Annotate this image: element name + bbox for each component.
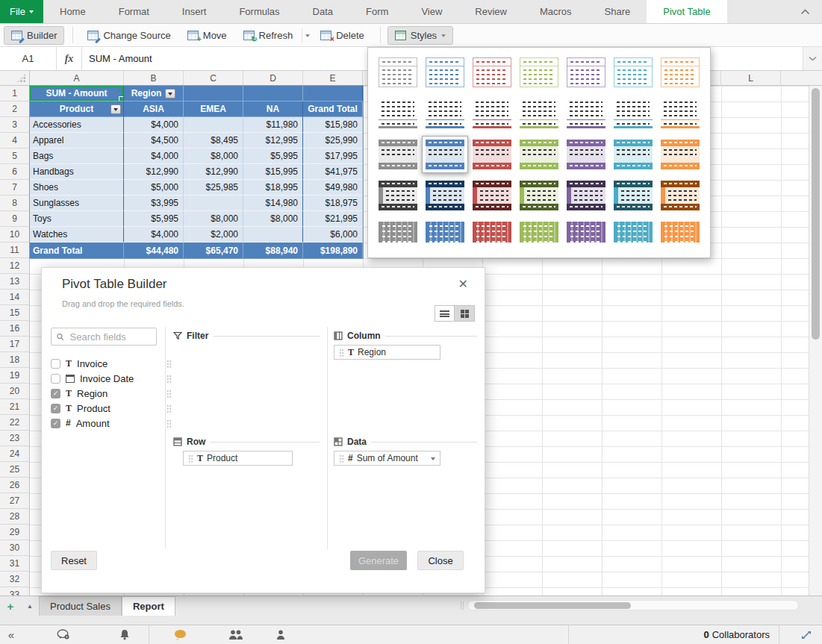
- menu-item-macros[interactable]: Macros: [523, 0, 588, 23]
- row-header-6[interactable]: 6: [0, 164, 30, 180]
- column-header-E[interactable]: E: [303, 71, 363, 86]
- vertical-scrollbar-thumb[interactable]: [812, 88, 820, 340]
- chevron-down-icon[interactable]: [431, 457, 435, 463]
- file-menu-button[interactable]: File: [0, 0, 43, 23]
- list-view-button[interactable]: [435, 305, 455, 322]
- pivot-row-field-cell[interactable]: Product: [30, 101, 124, 117]
- style-thumbnail-header-green[interactable]: [520, 140, 558, 169]
- row-header-1[interactable]: 1: [0, 86, 30, 101]
- column-header-D[interactable]: D: [243, 71, 303, 86]
- filter-dropdown-button[interactable]: [110, 104, 121, 114]
- row-header-8[interactable]: 8: [0, 196, 30, 211]
- row-header-15[interactable]: 15: [0, 305, 30, 321]
- style-thumbnail-dark-teal[interactable]: [614, 181, 653, 210]
- pivot-value-cell[interactable]: $25,985: [184, 180, 243, 196]
- row-header-17[interactable]: 17: [0, 337, 30, 352]
- style-thumbnail-underline-orange[interactable]: [661, 99, 700, 128]
- style-thumbnail-dark-green[interactable]: [520, 181, 558, 210]
- style-thumbnail-stripes-green[interactable]: [520, 222, 558, 251]
- add-sheet-button[interactable]: +: [0, 596, 21, 616]
- pivot-value-cell[interactable]: $21,995: [303, 211, 363, 227]
- pivot-total-value-cell[interactable]: $198,890: [303, 243, 363, 258]
- close-button[interactable]: Close: [417, 551, 464, 570]
- row-header-23[interactable]: 23: [0, 431, 30, 446]
- style-thumbnail-underline-gray[interactable]: [379, 99, 417, 128]
- pivot-corner-cell[interactable]: SUM - Amount: [30, 86, 124, 101]
- row-header-31[interactable]: 31: [0, 556, 30, 572]
- horizontal-scrollbar[interactable]: [467, 600, 799, 610]
- row-header-5[interactable]: 5: [0, 149, 30, 164]
- scrollbar-grip[interactable]: [461, 601, 464, 610]
- pivot-value-cell[interactable]: $8,000: [243, 211, 303, 227]
- horizontal-scrollbar-thumb[interactable]: [474, 602, 631, 609]
- sheet-tab-report[interactable]: Report: [122, 596, 175, 616]
- pivot-value-cell[interactable]: [184, 196, 243, 211]
- generate-button[interactable]: Generate: [350, 551, 407, 570]
- pivot-value-cell[interactable]: $18,995: [243, 180, 303, 196]
- search-fields-box[interactable]: [51, 328, 157, 346]
- pivot-value-cell[interactable]: $6,000: [303, 227, 363, 243]
- style-thumbnail-outline-gray[interactable]: [379, 57, 417, 87]
- field-item-region[interactable]: ✓TRegion: [51, 386, 172, 401]
- row-header-12[interactable]: 12: [0, 258, 30, 274]
- row-header-29[interactable]: 29: [0, 525, 30, 540]
- field-checkbox[interactable]: [51, 359, 60, 369]
- style-thumbnail-stripes-blue[interactable]: [426, 222, 464, 251]
- style-thumbnail-stripes-teal[interactable]: [614, 222, 653, 251]
- style-thumbnail-header-teal[interactable]: [614, 140, 653, 169]
- pivot-value-cell[interactable]: $15,995: [243, 164, 303, 180]
- filter-dropdown-button[interactable]: [165, 89, 175, 99]
- row-header-25[interactable]: 25: [0, 462, 30, 478]
- drag-handle-icon[interactable]: [166, 360, 172, 368]
- row-header-27[interactable]: 27: [0, 493, 30, 509]
- style-thumbnail-underline-green[interactable]: [520, 99, 558, 128]
- style-thumbnail-outline-orange[interactable]: [661, 57, 700, 87]
- pivot-value-cell[interactable]: $12,990: [124, 164, 184, 180]
- collapse-panel-button[interactable]: «: [3, 625, 19, 644]
- pivot-row-label[interactable]: Accessories: [30, 117, 124, 133]
- pivot-value-cell[interactable]: $11,980: [243, 117, 303, 133]
- row-header-26[interactable]: 26: [0, 478, 30, 493]
- pivot-value-cell[interactable]: $12,995: [243, 133, 303, 149]
- pivot-row-label[interactable]: Apparel: [30, 133, 124, 149]
- pivot-value-cell[interactable]: $18,975: [303, 196, 363, 211]
- drag-handle-icon[interactable]: [166, 375, 172, 383]
- style-thumbnail-stripes-orange[interactable]: [661, 222, 700, 251]
- row-header-7[interactable]: 7: [0, 180, 30, 196]
- pivot-value-cell[interactable]: $5,000: [124, 180, 184, 196]
- pivot-value-cell[interactable]: $17,995: [303, 149, 363, 164]
- menu-item-review[interactable]: Review: [458, 0, 523, 23]
- drag-handle-icon[interactable]: [166, 404, 172, 413]
- user-button[interactable]: [272, 625, 290, 644]
- pivot-value-cell[interactable]: $8,000: [184, 149, 243, 164]
- drag-handle-icon[interactable]: [339, 348, 344, 357]
- column-header-A[interactable]: A: [30, 71, 124, 86]
- pivot-column-header-asia[interactable]: ASIA: [124, 101, 184, 117]
- field-checkbox[interactable]: [51, 374, 60, 384]
- field-item-invoice-date[interactable]: Invoice Date: [51, 371, 172, 386]
- pivot-value-cell[interactable]: $8,495: [184, 133, 243, 149]
- style-thumbnail-header-blue[interactable]: [426, 140, 464, 169]
- pivot-column-header-grand-total[interactable]: Grand Total: [303, 101, 363, 117]
- field-item-product[interactable]: ✓TProduct: [51, 401, 172, 416]
- row-header-11[interactable]: 11: [0, 243, 30, 258]
- pivot-value-cell[interactable]: $5,995: [124, 211, 184, 227]
- style-thumbnail-stripes-purple[interactable]: [567, 222, 605, 251]
- change-source-button[interactable]: Change Source: [80, 26, 178, 45]
- name-box[interactable]: A1: [0, 47, 57, 70]
- row-header-32[interactable]: 32: [0, 572, 30, 587]
- style-thumbnail-outline-green[interactable]: [520, 57, 558, 87]
- style-thumbnail-underline-purple[interactable]: [567, 99, 605, 128]
- pivot-row-label[interactable]: Bags: [30, 149, 124, 164]
- discuss-button[interactable]: [54, 625, 73, 644]
- pivot-total-value-cell[interactable]: $65,470: [184, 243, 243, 258]
- menu-item-data[interactable]: Data: [296, 0, 349, 23]
- row-header-19[interactable]: 19: [0, 368, 30, 384]
- pivot-value-cell[interactable]: $8,000: [184, 211, 243, 227]
- pivot-row-label[interactable]: Watches: [30, 227, 124, 243]
- row-header-24[interactable]: 24: [0, 446, 30, 462]
- pivot-row-label[interactable]: Sunglasses: [30, 196, 124, 211]
- pivot-row-label[interactable]: Handbags: [30, 164, 124, 180]
- pivot-value-cell[interactable]: $2,000: [184, 227, 243, 243]
- row-header-14[interactable]: 14: [0, 290, 30, 305]
